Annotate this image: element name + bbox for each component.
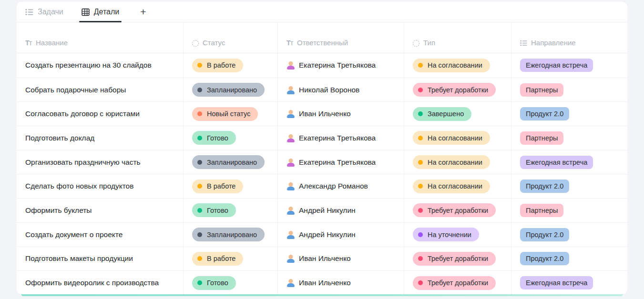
table-row[interactable]: Подготовить доклад Готово Екатерина Трет… bbox=[17, 126, 627, 150]
type-pill[interactable]: На согласовании bbox=[413, 59, 490, 72]
type-pill[interactable]: Требует доработки bbox=[413, 83, 496, 97]
task-name-cell[interactable]: Подготовить доклад bbox=[17, 126, 184, 150]
column-header-status[interactable]: Статус bbox=[184, 22, 278, 53]
type-cell[interactable]: На согласовании bbox=[404, 174, 511, 198]
tab-tasks[interactable]: Задачи bbox=[25, 2, 63, 22]
type-cell[interactable]: На уточнении bbox=[404, 223, 511, 247]
table-row[interactable]: Создать документ о проекте Запланировано… bbox=[17, 222, 627, 247]
type-cell[interactable]: Требует доработки bbox=[404, 78, 511, 102]
type-cell[interactable]: Требует доработки bbox=[404, 199, 511, 222]
column-header-direction[interactable]: Направление bbox=[511, 22, 627, 53]
assignee: Екатерина Третьякова bbox=[286, 134, 376, 142]
type-cell[interactable]: Завершено bbox=[404, 102, 511, 126]
status-cell[interactable]: Готово bbox=[184, 126, 278, 150]
type-pill[interactable]: Завершено bbox=[413, 107, 471, 121]
task-name-cell[interactable]: Оформить видеоролик с производства bbox=[17, 271, 184, 294]
status-cell[interactable]: Готово bbox=[184, 199, 278, 222]
assignee-cell[interactable]: Екатерина Третьякова bbox=[278, 126, 404, 150]
assignee-cell[interactable]: Иван Ильченко bbox=[278, 102, 404, 126]
type-cell[interactable]: На согласовании bbox=[404, 150, 511, 174]
direction-cell[interactable]: Продукт 2.0 bbox=[511, 174, 627, 198]
direction-tag[interactable]: Ежегодная встреча bbox=[520, 156, 593, 169]
direction-tag[interactable]: Ежегодная встреча bbox=[520, 59, 593, 72]
direction-cell[interactable]: Продукт 2.0 bbox=[511, 102, 627, 126]
direction-cell[interactable]: Партнеры bbox=[511, 126, 627, 150]
direction-cell[interactable]: Партнеры bbox=[511, 78, 627, 102]
direction-tag[interactable]: Продукт 2.0 bbox=[520, 179, 569, 193]
type-cell[interactable]: Требует доработки bbox=[404, 271, 511, 294]
status-cell[interactable]: Запланировано bbox=[184, 223, 278, 247]
status-cell[interactable]: В работе bbox=[184, 174, 278, 198]
status-cell[interactable]: В работе bbox=[184, 247, 278, 271]
status-cell[interactable]: В работе bbox=[184, 53, 278, 78]
column-header-type[interactable]: Тип bbox=[404, 22, 511, 53]
table-row[interactable]: Подготовить макеты продукции В работе Ив… bbox=[17, 247, 627, 271]
direction-tag[interactable]: Партнеры bbox=[520, 204, 563, 217]
status-cell[interactable]: Новый статус bbox=[184, 102, 278, 126]
assignee-cell[interactable]: Николай Воронов bbox=[278, 78, 404, 102]
assignee-cell[interactable]: Иван Ильченко bbox=[278, 247, 404, 271]
type-pill[interactable]: На согласовании bbox=[413, 179, 490, 193]
assignee-cell[interactable]: Иван Ильченко bbox=[278, 271, 404, 294]
direction-tag[interactable]: Продукт 2.0 bbox=[520, 252, 569, 265]
direction-cell[interactable]: Продукт 2.0 bbox=[511, 223, 627, 247]
person-avatar-icon bbox=[286, 110, 295, 118]
task-name-cell[interactable]: Оформить буклеты bbox=[17, 199, 184, 222]
type-pill[interactable]: Требует доработки bbox=[413, 252, 496, 266]
status-pill[interactable]: Запланировано bbox=[192, 155, 265, 169]
status-cell[interactable]: Запланировано bbox=[184, 78, 278, 102]
status-cell[interactable]: Запланировано bbox=[184, 150, 278, 174]
column-header-assignee[interactable]: Tт Ответственный bbox=[278, 22, 404, 53]
type-pill[interactable]: На согласовании bbox=[413, 155, 490, 169]
status-pill[interactable]: Новый статус bbox=[192, 107, 258, 121]
assignee-cell[interactable]: Александр Романов bbox=[278, 174, 404, 198]
direction-tag[interactable]: Ежегодная встреча bbox=[520, 276, 593, 289]
status-pill[interactable]: В работе bbox=[192, 179, 243, 193]
status-pill[interactable]: Запланировано bbox=[192, 83, 265, 97]
direction-cell[interactable]: Ежегодная встреча bbox=[511, 271, 627, 294]
type-cell[interactable]: Требует доработки bbox=[404, 247, 511, 271]
direction-tag[interactable]: Продукт 2.0 bbox=[520, 107, 569, 120]
table-row[interactable]: Создать презентацию на 30 слайдов В рабо… bbox=[17, 53, 627, 78]
type-cell[interactable]: На согласовании bbox=[404, 126, 511, 150]
tab-details[interactable]: Детали bbox=[82, 2, 120, 22]
direction-cell[interactable]: Ежегодная встреча bbox=[511, 150, 627, 174]
table-row[interactable]: Собрать подарочные наборы Запланировано … bbox=[17, 78, 627, 102]
task-name-cell[interactable]: Согласовать договор с юристами bbox=[17, 102, 184, 126]
status-pill[interactable]: В работе bbox=[192, 59, 243, 72]
add-view-button[interactable]: + bbox=[137, 2, 149, 22]
direction-tag[interactable]: Продукт 2.0 bbox=[520, 228, 569, 241]
assignee-cell[interactable]: Екатерина Третьякова bbox=[278, 53, 404, 78]
type-pill[interactable]: Требует доработки bbox=[413, 276, 496, 290]
status-pill[interactable]: Готово bbox=[192, 276, 236, 290]
status-pill[interactable]: Готово bbox=[192, 203, 236, 217]
assignee-cell[interactable]: Екатерина Третьякова bbox=[278, 150, 404, 174]
task-name-cell[interactable]: Создать документ о проекте bbox=[17, 223, 184, 247]
direction-cell[interactable]: Ежегодная встреча bbox=[511, 53, 627, 78]
type-pill[interactable]: Требует доработки bbox=[413, 203, 496, 217]
type-cell[interactable]: На согласовании bbox=[404, 53, 511, 78]
assignee-cell[interactable]: Андрей Никулин bbox=[278, 223, 404, 247]
task-name-cell[interactable]: Подготовить макеты продукции bbox=[17, 247, 184, 271]
status-pill[interactable]: Запланировано bbox=[192, 228, 265, 241]
column-header-name[interactable]: Tт Название bbox=[17, 22, 184, 53]
task-name-cell[interactable]: Создать презентацию на 30 слайдов bbox=[17, 53, 184, 78]
direction-cell[interactable]: Продукт 2.0 bbox=[511, 247, 627, 271]
table-row[interactable]: Организовать праздничную часть Запланиро… bbox=[17, 150, 627, 174]
table-row[interactable]: Сделать фото новых продуктов В работе Ал… bbox=[17, 174, 627, 198]
direction-tag[interactable]: Партнеры bbox=[520, 83, 563, 97]
table-row[interactable]: Оформить буклеты Готово Андрей Никулин bbox=[17, 198, 627, 222]
assignee-cell[interactable]: Андрей Никулин bbox=[278, 199, 404, 222]
task-name-cell[interactable]: Сделать фото новых продуктов bbox=[17, 174, 184, 198]
table-row[interactable]: Согласовать договор с юристами Новый ста… bbox=[17, 101, 627, 126]
task-name-cell[interactable]: Собрать подарочные наборы bbox=[17, 78, 184, 102]
status-cell[interactable]: Готово bbox=[184, 271, 278, 294]
direction-cell[interactable]: Партнеры bbox=[511, 199, 627, 222]
type-pill[interactable]: На уточнении bbox=[413, 228, 479, 241]
status-pill[interactable]: Готово bbox=[192, 131, 236, 145]
task-name-cell[interactable]: Организовать праздничную часть bbox=[17, 150, 184, 174]
direction-tag[interactable]: Партнеры bbox=[520, 131, 563, 145]
status-pill[interactable]: В работе bbox=[192, 252, 243, 266]
table-row[interactable]: Оформить видеоролик с производства Готов… bbox=[17, 270, 627, 294]
type-pill[interactable]: На согласовании bbox=[413, 131, 490, 145]
